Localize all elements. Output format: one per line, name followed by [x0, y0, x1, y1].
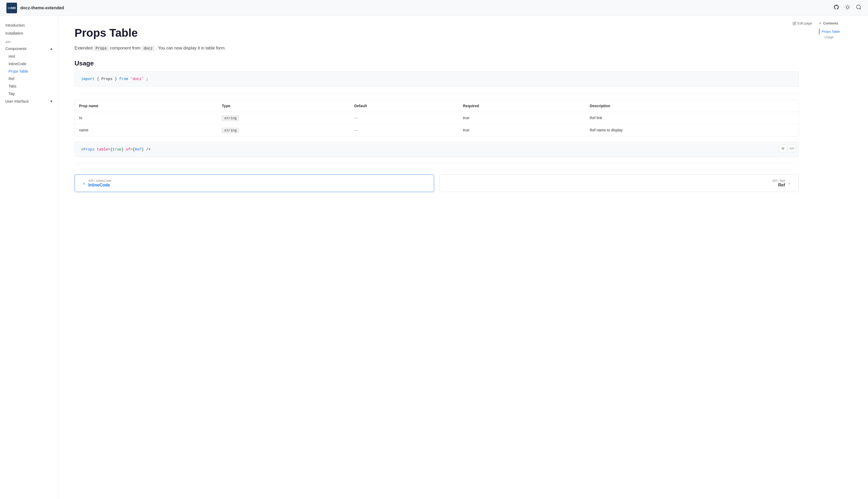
theme-toggle-icon[interactable]	[845, 4, 851, 11]
import-module: 'docz'	[130, 77, 144, 81]
code-view-button[interactable]: </>	[788, 145, 796, 152]
sidebar-item-tabs[interactable]: Tabs	[0, 83, 58, 90]
col-required: Required	[459, 100, 585, 112]
col-default: Default	[350, 100, 459, 112]
sidebar-group-components-label: Components	[5, 47, 26, 51]
layout: Introduction Installation API Components…	[0, 16, 868, 499]
toc-title: Contents	[823, 21, 838, 25]
prev-btn-content: API / InlineCode InlineCode	[88, 179, 111, 187]
col-type: Type	[217, 100, 350, 112]
prev-arrow-icon: ‹	[83, 180, 85, 186]
nav-prev-button[interactable]: ‹ API / InlineCode InlineCode	[74, 174, 434, 192]
description-code1: Props	[94, 46, 109, 51]
header: <>NM docz-theme-extended	[0, 0, 868, 16]
usage-heading: Usage	[74, 60, 799, 67]
toc-item-usage[interactable]: Usage	[819, 35, 864, 40]
sidebar-group-userinterface-label: User Interface	[5, 99, 29, 104]
description-suffix: . You can now display it in table form.	[156, 46, 226, 50]
sidebar-item-hint[interactable]: Hint	[0, 53, 58, 60]
sidebar-item-tag[interactable]: Tag	[0, 90, 58, 97]
val-true: true	[112, 147, 122, 151]
attr-of: of	[126, 147, 130, 151]
page-description: Extended Props component from docz . You…	[74, 45, 799, 52]
logo-text: <>NM	[8, 7, 16, 10]
cell-default: —	[350, 124, 459, 136]
cell-default: —	[350, 112, 459, 124]
cell-type: string	[217, 112, 350, 124]
nav-next-button[interactable]: API / Ref Ref ›	[439, 174, 799, 192]
github-icon[interactable]	[833, 4, 839, 11]
header-icons	[833, 4, 861, 11]
svg-point-0	[846, 6, 848, 8]
main-content: Edit page Props Table Extended Props com…	[59, 16, 815, 499]
table-header-row: Prop name Type Default Required Descript…	[75, 100, 798, 112]
logo: <>NM	[7, 3, 17, 13]
import-semi: ;	[146, 77, 148, 81]
description-middle: component from	[110, 46, 142, 50]
cell-description: Ref name to display	[586, 124, 798, 136]
search-icon[interactable]	[856, 4, 861, 11]
close-self: />	[146, 147, 151, 151]
toc-header: ≡ Contents	[819, 21, 864, 25]
cell-description: Ref link	[586, 112, 798, 124]
import-keyword: import	[81, 77, 95, 81]
sidebar-item-installation[interactable]: Installation	[0, 29, 58, 37]
divider-2	[74, 163, 799, 164]
next-btn-content: API / Ref Ref	[772, 179, 785, 187]
prev-label: API / InlineCode	[88, 179, 111, 183]
sidebar-group-userinterface[interactable]: User Interface ▼	[0, 97, 58, 105]
col-prop-name: Prop name	[75, 100, 217, 112]
import-braces: { Props }	[97, 77, 119, 81]
sidebar-item-ref[interactable]: Ref	[0, 75, 58, 83]
col-description: Description	[586, 100, 798, 112]
import-code-block: import { Props } from 'docz' ;	[74, 71, 799, 87]
nav-buttons: ‹ API / InlineCode InlineCode API / Ref …	[74, 174, 799, 192]
toc-item-propstable[interactable]: Props Table	[819, 28, 864, 35]
description-code2: docz	[142, 46, 155, 51]
cell-prop: to	[75, 112, 217, 124]
copy-button[interactable]: ⧉	[779, 145, 787, 152]
cell-prop: name	[75, 124, 217, 136]
from-keyword: from	[119, 77, 128, 81]
header-title: docz-theme-extended	[20, 5, 64, 10]
sidebar-section-api: API	[0, 37, 58, 45]
chevron-down-icon: ▼	[50, 99, 53, 103]
chevron-up-icon: ▲	[50, 47, 53, 50]
copy-icon: ⧉	[782, 146, 784, 150]
val-ref: Ref	[135, 147, 142, 151]
description-prefix: Extended	[74, 46, 94, 50]
props-table: Prop name Type Default Required Descript…	[75, 100, 798, 136]
tag-name: Props	[83, 147, 95, 151]
table-row: to string — true Ref link	[75, 112, 798, 124]
header-left: <>NM docz-theme-extended	[7, 3, 64, 13]
table-row: name string — true Ref name to display	[75, 124, 798, 136]
sidebar-group-components[interactable]: Components ▲	[0, 45, 58, 53]
edit-page-label: Edit page	[797, 21, 812, 25]
next-name: Ref	[772, 183, 785, 187]
props-table-container: Prop name Type Default Required Descript…	[74, 100, 799, 136]
attr-table: table	[97, 147, 108, 151]
toc: ≡ Contents Props Table Usage	[815, 16, 868, 499]
sidebar-item-propstable[interactable]: Props Table	[0, 68, 58, 75]
cell-type: string	[217, 124, 350, 136]
prev-name: InlineCode	[88, 183, 111, 187]
toc-lines-icon: ≡	[819, 21, 821, 25]
edit-page-button[interactable]: Edit page	[793, 21, 812, 25]
svg-line-10	[860, 8, 861, 9]
next-label: API / Ref	[772, 179, 785, 183]
cell-required: true	[459, 112, 585, 124]
sidebar: Introduction Installation API Components…	[0, 16, 59, 499]
next-arrow-icon: ›	[788, 180, 790, 186]
example-code-block: ⧉ </> <Props table={true} of={Ref} />	[74, 142, 799, 157]
code-actions: ⧉ </>	[779, 145, 796, 152]
cell-required: true	[459, 124, 585, 136]
svg-point-9	[857, 5, 860, 9]
sidebar-item-inlinecode[interactable]: InlineCode	[0, 60, 58, 68]
code-icon: </>	[789, 146, 795, 150]
sidebar-item-introduction[interactable]: Introduction	[0, 21, 58, 29]
page-title: Props Table	[74, 27, 799, 39]
